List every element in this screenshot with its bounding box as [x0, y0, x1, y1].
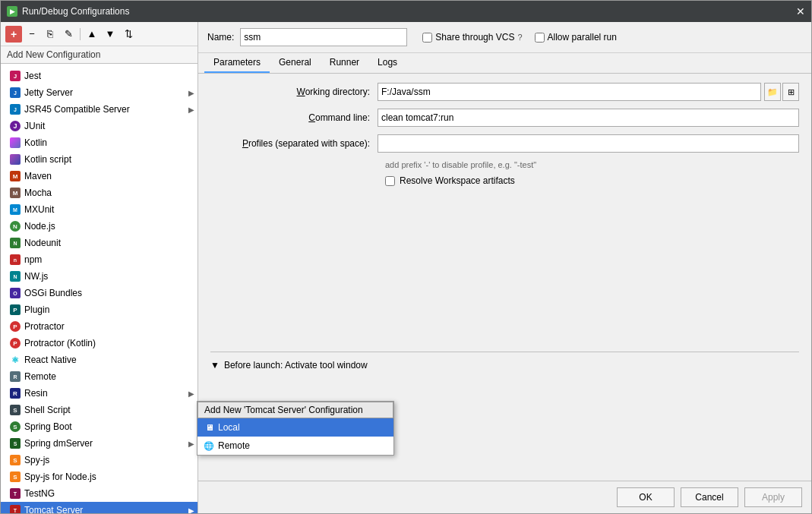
add-tomcat-config-button[interactable]: Add New 'Tomcat Server' Configuration — [197, 402, 393, 418]
close-button[interactable]: ✕ — [796, 5, 805, 17]
title-bar-left: ▶ Run/Debug Configurations — [7, 6, 129, 17]
command-line-row: Command line: clean tomcat7:run — [210, 109, 799, 127]
list-item-kotlin-script[interactable]: Kotlin script — [1, 151, 197, 168]
jetty-icon: J — [10, 87, 21, 98]
spyjs-icon: S — [10, 455, 21, 465]
add-config-button[interactable]: + — [5, 26, 22, 43]
nwjs-icon: N — [10, 271, 21, 282]
arrow-icon: ▶ — [188, 389, 194, 398]
protractor-icon: P — [10, 321, 21, 332]
share-checkbox[interactable] — [422, 33, 432, 43]
tab-logs[interactable]: Logs — [368, 53, 406, 73]
tomcat-icon: T — [10, 505, 21, 513]
cancel-button[interactable]: Cancel — [681, 487, 738, 507]
list-item-react-native[interactable]: ⚛ React Native — [1, 352, 197, 368]
list-item-spyjs-node[interactable]: S Spy-js for Node.js — [1, 468, 197, 485]
working-directory-row: Working directory: F:/Java/ssm 📁 ⊞ — [210, 83, 799, 101]
list-item-label: React Native — [24, 355, 191, 365]
list-item-jest[interactable]: J Jest — [1, 68, 197, 84]
list-item-nodeunit[interactable]: N Nodeunit — [1, 235, 197, 251]
list-item-jsr45[interactable]: J JSR45 Compatible Server ▶ — [1, 101, 197, 118]
list-item-remote[interactable]: R Remote — [1, 368, 197, 385]
allow-parallel-checkbox[interactable] — [535, 33, 545, 43]
add-new-config-label: Add New Configuration — [1, 46, 197, 64]
list-item-label: Jetty Server — [24, 87, 185, 98]
list-item-label: Remote — [24, 371, 191, 382]
resolve-workspace-row: Resolve Workspace artifacts — [385, 175, 799, 186]
sort-button[interactable]: ⇅ — [120, 26, 137, 43]
list-item-label: Nodeunit — [24, 238, 191, 248]
shell-icon: S — [10, 405, 21, 415]
tab-runner[interactable]: Runner — [321, 53, 368, 73]
move-up-button[interactable]: ▲ — [84, 26, 100, 43]
working-directory-browse-button[interactable]: 📁 — [764, 83, 781, 101]
list-item-label: Shell Script — [24, 405, 191, 415]
list-item-junit[interactable]: J JUnit — [1, 118, 197, 134]
list-item-nwjs[interactable]: N NW.js — [1, 268, 197, 285]
toolbar-divider-1 — [80, 28, 81, 40]
list-item-osgi[interactable]: O OSGi Bundles — [1, 285, 197, 301]
list-item-kotlin[interactable]: Kotlin — [1, 134, 197, 151]
dropdown-item-remote[interactable]: 🌐 Remote — [197, 437, 393, 455]
tab-general[interactable]: General — [270, 53, 321, 73]
before-launch-header[interactable]: ▼ Before launch: Activate tool window — [210, 358, 799, 372]
kotlin-script-icon — [10, 154, 21, 165]
list-item-spring-boot[interactable]: S Spring Boot — [1, 418, 197, 435]
remote-server-icon: 🌐 — [204, 440, 214, 451]
share-help-icon[interactable]: ? — [517, 33, 522, 42]
list-item-shell-script[interactable]: S Shell Script — [1, 402, 197, 418]
main-content: + − ⎘ ✎ ▲ ▼ ⇅ Add New Configuration J Je… — [1, 22, 811, 513]
tab-parameters[interactable]: Parameters — [204, 53, 270, 73]
list-item-maven[interactable]: M Maven — [1, 168, 197, 184]
list-item-label: JUnit — [24, 121, 191, 131]
list-item-npm[interactable]: n npm — [1, 251, 197, 268]
list-item-tomcat-server[interactable]: T Tomcat Server ▶ — [1, 502, 197, 513]
testng-icon: T — [10, 488, 21, 499]
copy-config-button[interactable]: ⎘ — [42, 26, 58, 43]
run-debug-configurations-window: ▶ Run/Debug Configurations ✕ + − ⎘ ✎ ▲ ▼… — [0, 0, 812, 514]
list-item-label: Jest — [24, 71, 191, 81]
share-label: Share through VCS — [435, 32, 514, 43]
working-directory-expand-button[interactable]: ⊞ — [782, 83, 799, 101]
dropdown-remote-label: Remote — [218, 440, 250, 451]
list-item-protractor-kotlin[interactable]: P Protractor (Kotlin) — [1, 335, 197, 352]
list-item-mocha[interactable]: M Mocha — [1, 184, 197, 201]
list-item-spring-dm[interactable]: S Spring dmServer ▶ — [1, 435, 197, 452]
mocha-icon: M — [10, 188, 21, 198]
list-item-label: Spring Boot — [24, 421, 191, 432]
ok-button[interactable]: OK — [617, 487, 675, 507]
arrow-icon: ▶ — [188, 440, 194, 448]
tomcat-dropdown: Add New 'Tomcat Server' Configuration 🖥 … — [197, 401, 394, 456]
rename-config-button[interactable]: ✎ — [60, 26, 77, 43]
body-spacer — [210, 194, 799, 345]
list-item-mxunit[interactable]: M MXUnit — [1, 201, 197, 218]
list-item-label: Spy-js for Node.js — [24, 471, 191, 482]
arrow-icon: ▶ — [188, 506, 194, 514]
remote-icon: R — [10, 371, 21, 382]
list-item-label: JSR45 Compatible Server — [24, 104, 185, 115]
list-item-spyjs[interactable]: S Spy-js — [1, 452, 197, 468]
list-item-resin[interactable]: R Resin ▶ — [1, 385, 197, 402]
apply-button[interactable]: Apply — [744, 487, 802, 507]
name-input[interactable]: ssm — [240, 28, 407, 46]
config-type-list: J Jest J Jetty Server ▶ J JSR45 Compatib… — [1, 66, 197, 513]
title-bar: ▶ Run/Debug Configurations ✕ — [1, 1, 811, 22]
move-down-button[interactable]: ▼ — [102, 26, 118, 43]
plugin-icon: P — [10, 304, 21, 315]
list-item-jetty[interactable]: J Jetty Server ▶ — [1, 84, 197, 101]
profiles-input[interactable] — [378, 134, 799, 153]
npm-icon: n — [10, 254, 21, 265]
list-item-label: Protractor (Kotlin) — [24, 338, 191, 348]
list-item-plugin[interactable]: P Plugin — [1, 301, 197, 318]
resolve-workspace-checkbox[interactable] — [385, 176, 395, 186]
remove-config-button[interactable]: − — [24, 26, 40, 43]
command-line-input[interactable]: clean tomcat7:run — [378, 109, 799, 127]
list-item-testng[interactable]: T TestNG — [1, 485, 197, 502]
list-item-label: Spy-js — [24, 455, 191, 465]
working-directory-input[interactable]: F:/Java/ssm — [378, 83, 761, 101]
list-item-protractor[interactable]: P Protractor — [1, 318, 197, 335]
list-item-nodejs[interactable]: N Node.js — [1, 218, 197, 235]
dropdown-item-local[interactable]: 🖥 Local — [197, 418, 393, 437]
jsr45-icon: J — [10, 104, 21, 115]
local-server-icon: 🖥 — [204, 422, 214, 433]
